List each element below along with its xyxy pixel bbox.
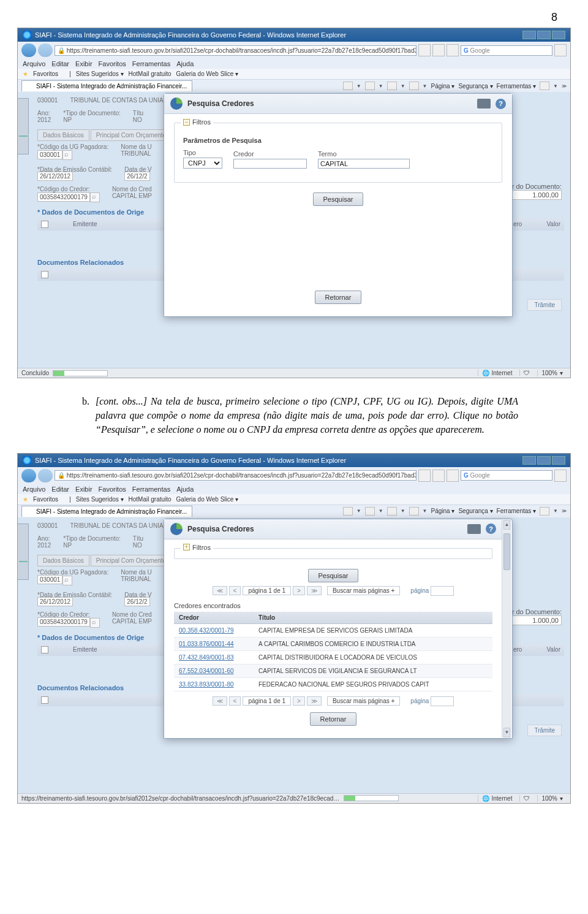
credor-link[interactable]: 00.358.432/0001-79 (174, 623, 254, 637)
pager-next[interactable]: > (293, 586, 305, 595)
pager-buscar[interactable]: Buscar mais páginas + (327, 696, 400, 706)
credor-input[interactable] (233, 159, 307, 169)
nav-back-icon[interactable] (21, 469, 36, 482)
credor-link[interactable]: 01.033.876/0001-44 (174, 637, 254, 650)
modal-scrollbar[interactable]: ▲ ▼ (502, 520, 511, 737)
page-menu[interactable]: Página ▾ (431, 83, 455, 89)
mail-icon[interactable] (387, 82, 397, 90)
fav-link[interactable]: Sites Sugeridos ▾ (76, 496, 124, 503)
credor-link[interactable]: 07.432.849/0001-83 (174, 650, 254, 664)
fav-link[interactable]: Galeria do Web Slice ▾ (176, 496, 239, 503)
termo-input[interactable] (318, 159, 410, 169)
zoom-label[interactable]: 100% (541, 795, 557, 802)
url-box[interactable]: 🔒 https://treinamento-siafi.tesouro.gov.… (55, 470, 417, 481)
refresh-icon[interactable] (418, 470, 431, 482)
credor-link[interactable]: 67.552.034/0001-60 (174, 664, 254, 677)
help-icon[interactable]: ? (496, 99, 506, 109)
security-menu[interactable]: Segurança ▾ (458, 508, 492, 514)
fav-link[interactable]: Sites Sugeridos ▾ (76, 70, 124, 77)
browser-search[interactable]: G Google (461, 470, 552, 481)
table-row[interactable]: 01.033.876/0001-44A CAPITAL CARIMBOS COM… (174, 637, 492, 650)
side-tab[interactable] (18, 98, 29, 154)
browser-menu[interactable]: ArquivoEditarExibirFavoritosFerramentasA… (18, 59, 570, 69)
stop-icon[interactable] (432, 470, 445, 482)
print-icon[interactable] (409, 82, 419, 90)
retornar-button[interactable]: Retornar (310, 712, 357, 726)
nav-fwd-icon[interactable] (38, 44, 53, 57)
table-row[interactable]: 07.432.849/0001-83CAPITAL DISTRIBUIDORA … (174, 650, 492, 664)
pager-prev[interactable]: < (229, 586, 241, 595)
star-icon[interactable]: ★ (23, 70, 28, 77)
feed-icon[interactable] (365, 82, 375, 90)
credor-link[interactable]: 33.823.893/0001-80 (174, 677, 254, 691)
mail-icon[interactable] (387, 507, 397, 516)
pagina-input[interactable] (431, 586, 454, 596)
browser-tab[interactable]: SIAFI - Sistema Integrado de Administraç… (21, 506, 192, 517)
search-icon[interactable] (62, 150, 72, 160)
search-icon[interactable] (90, 192, 100, 202)
browser-menu[interactable]: ArquivoEditarExibirFavoritosFerramentasA… (18, 484, 570, 494)
pager-last[interactable]: ≫ (307, 586, 322, 595)
home-icon[interactable] (343, 82, 353, 90)
pager-first[interactable]: ≪ (213, 586, 227, 595)
search-icon[interactable] (90, 618, 100, 628)
pesquisar-button[interactable]: Pesquisar (313, 192, 364, 206)
pager-last[interactable]: ≫ (307, 696, 322, 706)
feed-icon[interactable] (365, 507, 375, 516)
tools-menu[interactable]: Ferramentas ▾ (497, 83, 536, 89)
retornar-button[interactable]: Retornar (315, 291, 362, 304)
pager-first[interactable]: ≪ (213, 696, 227, 706)
favorites-label[interactable]: Favoritos (33, 70, 58, 77)
pager-buscar[interactable]: Buscar mais páginas + (327, 586, 400, 595)
zoom-label[interactable]: 100% (541, 370, 557, 376)
security-menu[interactable]: Segurança ▾ (458, 83, 492, 89)
pager-next[interactable]: > (293, 696, 305, 706)
nav-fwd-icon[interactable] (38, 469, 53, 482)
scroll-up-icon[interactable]: ▲ (503, 520, 510, 530)
browser-tab[interactable]: SIAFI - Sistema Integrado de Administraç… (21, 80, 192, 91)
help-icon[interactable] (540, 507, 549, 516)
refresh-icon[interactable] (418, 44, 431, 56)
scroll-thumb[interactable] (503, 533, 510, 570)
print-icon[interactable] (409, 507, 419, 516)
side-tab[interactable] (18, 524, 29, 580)
table-row[interactable]: 33.823.893/0001-80FEDERACAO NACIONAL EMP… (174, 677, 492, 691)
checkbox[interactable] (41, 271, 48, 278)
collapse-icon[interactable]: − (183, 119, 190, 126)
pager-prev[interactable]: < (229, 696, 241, 706)
checkbox[interactable] (41, 221, 48, 228)
search-icon[interactable] (62, 576, 72, 585)
stop-icon[interactable] (432, 44, 445, 56)
fav-link[interactable]: HotMail gratuito (129, 70, 172, 77)
data-emissao-input[interactable]: 26/12/2012 (37, 172, 73, 181)
table-row[interactable]: 00.358.432/0001-79CAPITAL EMPRESA DE SER… (174, 623, 492, 637)
cert-icon[interactable] (447, 44, 459, 56)
page-menu[interactable]: Página ▾ (431, 508, 455, 514)
pesquisar-button[interactable]: Pesquisar (308, 569, 359, 582)
browser-search[interactable]: G Google (461, 45, 552, 56)
cert-icon[interactable] (447, 470, 459, 482)
fav-link[interactable]: HotMail gratuito (129, 496, 172, 503)
tramite-button[interactable]: Trâmite (527, 725, 562, 736)
window-controls[interactable] (522, 456, 565, 465)
scroll-down-icon[interactable]: ▼ (503, 728, 510, 737)
expand-icon[interactable]: + (183, 544, 190, 550)
pagina-input[interactable] (431, 696, 454, 706)
camera-icon[interactable] (467, 524, 481, 534)
camera-icon[interactable] (477, 99, 491, 109)
favorites-label[interactable]: Favoritos (33, 496, 58, 503)
window-controls[interactable] (522, 31, 565, 39)
fav-link[interactable]: Galeria do Web Slice ▾ (176, 70, 239, 77)
tipo-select[interactable]: CNPJ (183, 158, 222, 169)
search-go-icon[interactable] (554, 470, 567, 482)
search-go-icon[interactable] (554, 44, 567, 56)
tramite-button[interactable]: Trâmite (527, 299, 562, 311)
home-icon[interactable] (343, 507, 353, 516)
help-icon[interactable] (540, 82, 549, 90)
url-box[interactable]: 🔒 https://treinamento-siafi.tesouro.gov.… (55, 45, 417, 56)
help-icon[interactable]: ? (486, 524, 496, 534)
tools-menu[interactable]: Ferramentas ▾ (497, 508, 536, 514)
table-row[interactable]: 67.552.034/0001-60CAPITAL SERVICOS DE VI… (174, 664, 492, 677)
credor-input[interactable]: 00358432000179 (37, 192, 90, 202)
nav-back-icon[interactable] (21, 44, 36, 57)
